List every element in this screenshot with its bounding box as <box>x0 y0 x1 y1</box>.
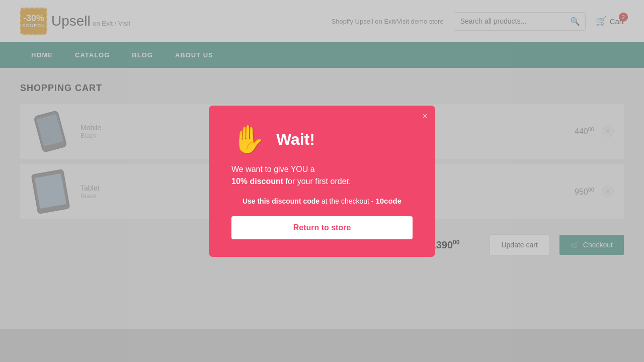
modal-close-button[interactable]: × <box>422 112 428 121</box>
discount-text: 10% discount <box>231 177 283 186</box>
modal-header: ✋ Wait! <box>231 126 315 153</box>
modal-dialog: × ✋ Wait! We want to give YOU a 10% disc… <box>209 106 435 257</box>
return-to-store-button[interactable]: Return to store <box>231 216 413 239</box>
modal-title: Wait! <box>276 130 315 149</box>
discount-code: 10code <box>375 197 401 205</box>
modal-overlay: × ✋ Wait! We want to give YOU a 10% disc… <box>0 0 644 362</box>
modal-body: We want to give YOU a 10% discount for y… <box>231 163 413 239</box>
modal-description: We want to give YOU a 10% discount for y… <box>231 163 413 188</box>
hand-icon: ✋ <box>231 126 266 153</box>
modal-code-line: Use this discount code at the checkout -… <box>231 197 413 205</box>
